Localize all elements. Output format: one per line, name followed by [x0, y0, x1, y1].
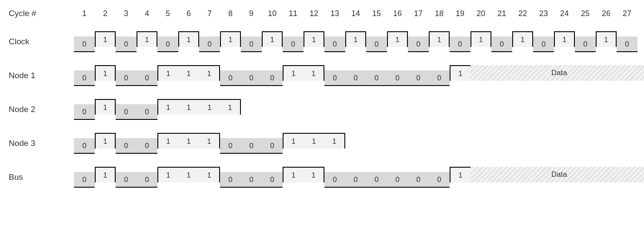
bit-cell: 1: [220, 31, 241, 47]
cycle-number: 13: [324, 9, 345, 18]
signal-track: 0100111000110000001Data: [70, 65, 644, 86]
bit-cell: 0: [137, 104, 157, 120]
bit-cell: 1: [283, 65, 304, 81]
signal-row: Node 10100111000110000001Data: [9, 65, 635, 86]
bit-cell: 0: [345, 172, 366, 188]
bit-cell: 1: [450, 167, 470, 182]
bit-cell: 1: [178, 133, 199, 149]
bit-cell: 1: [157, 65, 178, 81]
bit-cell: 0: [116, 70, 137, 86]
bit-cell: 0: [241, 70, 262, 86]
bit-cell: 1: [137, 31, 157, 47]
bit-cell: 0: [262, 138, 283, 154]
cycle-number: 19: [450, 9, 470, 18]
cycle-number: 12: [304, 9, 324, 18]
bit-cell: 1: [262, 31, 283, 47]
bit-cell: 1: [512, 31, 533, 47]
bit-cell: 1: [304, 31, 324, 47]
bit-cell: 0: [429, 70, 450, 86]
bit-cell: 1: [345, 31, 366, 47]
bit-cell: 0: [137, 70, 157, 86]
bit-cell: 0: [533, 36, 554, 52]
cycle-number: 27: [617, 9, 637, 18]
cycle-number: 9: [241, 9, 262, 18]
signal-row: Bus0100111000110000001Data: [9, 167, 635, 188]
bit-cell: 1: [178, 31, 199, 47]
signal-track: 0100111000110000001Data: [70, 167, 644, 188]
bit-cell: 0: [324, 172, 345, 188]
bit-cell: 1: [554, 31, 575, 47]
signals-container: Clock010101010101010101010101010Node 101…: [9, 31, 635, 188]
bit-cell: 0: [450, 36, 470, 52]
cycle-number: 20: [470, 9, 491, 18]
cycle-numbers: 1234567891011121314151617181920212223242…: [70, 9, 637, 18]
bit-cell: 0: [220, 138, 241, 154]
signal-label: Bus: [9, 172, 70, 182]
cycle-number: 11: [283, 9, 304, 18]
bit-cell: 0: [366, 36, 387, 52]
bit-cell: 0: [324, 70, 345, 86]
bit-cell: 1: [304, 65, 324, 81]
bit-cell: 1: [450, 65, 470, 81]
signal-label: Clock: [9, 37, 70, 46]
cycle-number: 5: [157, 9, 178, 18]
bit-cell: 0: [575, 36, 596, 52]
cycle-number: 7: [199, 9, 220, 18]
signal-row: Node 201001111: [9, 99, 635, 120]
cycle-number: 6: [178, 9, 199, 18]
bit-cell: 0: [116, 138, 137, 154]
bit-cell: 1: [304, 167, 324, 182]
bit-cell: 1: [157, 167, 178, 182]
bit-cell: 0: [262, 172, 283, 188]
cycle-label: Cycle #: [9, 9, 70, 18]
bit-cell: 0: [324, 36, 345, 52]
cycle-number: 21: [491, 9, 512, 18]
cycle-number: 3: [116, 9, 137, 18]
cycle-number: 24: [554, 9, 575, 18]
cycle-number: 16: [387, 9, 408, 18]
bit-cell: 0: [116, 172, 137, 188]
bit-cell: 1: [95, 133, 116, 149]
cycle-number: 22: [512, 9, 533, 18]
bit-cell: 0: [74, 172, 95, 188]
bit-cell: 1: [95, 31, 116, 47]
cycle-number: 4: [137, 9, 157, 18]
bit-cell: 0: [241, 172, 262, 188]
bit-cell: 1: [199, 167, 220, 182]
bit-cell: 1: [178, 65, 199, 81]
bit-cell: 0: [74, 36, 95, 52]
bit-cell: 1: [470, 31, 491, 47]
signal-label: Node 2: [9, 105, 70, 114]
bit-cell: 0: [74, 70, 95, 86]
bit-cell: 1: [157, 133, 178, 149]
bit-cell: 0: [283, 36, 304, 52]
bit-cell: 0: [220, 70, 241, 86]
bit-cell: 1: [304, 133, 324, 149]
bit-cell: 0: [429, 172, 450, 188]
bit-cell: 1: [283, 167, 304, 182]
signal-track: 01001111: [70, 99, 241, 120]
bit-cell: 0: [491, 36, 512, 52]
data-region: Data: [470, 65, 644, 81]
bit-cell: 0: [137, 138, 157, 154]
bit-cell: 0: [74, 104, 95, 120]
bit-cell: 0: [408, 70, 429, 86]
bit-cell: 1: [387, 31, 408, 47]
bit-cell: 0: [199, 36, 220, 52]
cycle-number: 17: [408, 9, 429, 18]
bit-cell: 1: [95, 65, 116, 81]
bit-cell: 0: [345, 70, 366, 86]
bit-cell: 1: [199, 133, 220, 149]
cycle-number: 10: [262, 9, 283, 18]
cycle-number: 14: [345, 9, 366, 18]
cycle-number: 1: [74, 9, 95, 18]
bit-cell: 0: [366, 172, 387, 188]
cycle-number: 25: [575, 9, 596, 18]
bit-cell: 0: [408, 36, 429, 52]
signal-track: 0100111000111: [70, 133, 345, 154]
bit-cell: 1: [178, 99, 199, 115]
bit-cell: 0: [241, 138, 262, 154]
cycle-number: 8: [220, 9, 241, 18]
signal-row: Clock010101010101010101010101010: [9, 31, 635, 52]
bit-cell: 1: [429, 31, 450, 47]
